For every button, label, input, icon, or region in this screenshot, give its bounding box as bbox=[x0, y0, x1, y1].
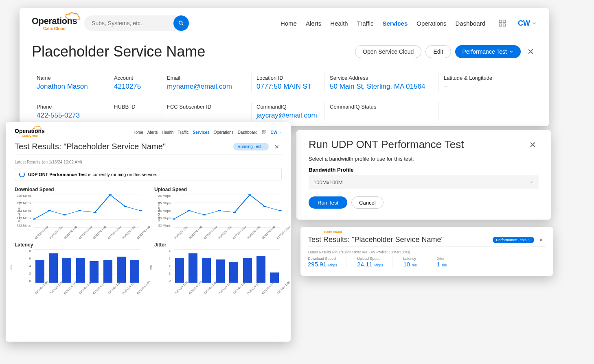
info-value[interactable]: 50 Main St, Sterling, MA 01564 bbox=[330, 83, 434, 91]
nav-operations[interactable]: Operations bbox=[214, 130, 234, 135]
open-service-cloud-button[interactable]: Open Service Cloud bbox=[355, 45, 421, 58]
x-ticks: 01/01/24 1:0001/01/24 1:0001/01/24 1:000… bbox=[174, 238, 280, 240]
svg-rect-4 bbox=[500, 24, 502, 26]
line-points bbox=[34, 194, 140, 227]
close-icon[interactable]: ✕ bbox=[527, 140, 539, 150]
info-cell bbox=[439, 102, 512, 121]
svg-rect-5 bbox=[503, 24, 506, 26]
cloud-icon bbox=[33, 125, 58, 131]
close-icon[interactable]: ✕ bbox=[537, 237, 546, 243]
nav-alerts[interactable]: Alerts bbox=[147, 130, 158, 135]
bandwidth-profile-select[interactable]: 100Mx100M bbox=[309, 175, 539, 189]
nav-alerts[interactable]: Alerts bbox=[306, 20, 321, 27]
info-value[interactable]: 422-555-0273 bbox=[37, 111, 104, 120]
nav-operations[interactable]: Operations bbox=[416, 20, 446, 27]
running-test-button[interactable]: Running Test... bbox=[233, 143, 269, 150]
user-chip[interactable]: CW bbox=[271, 130, 282, 135]
info-value: – bbox=[444, 83, 507, 91]
info-cell: Latitude & Longitude– bbox=[439, 73, 512, 92]
title-row: Placeholder Service Name Open Service Cl… bbox=[32, 43, 537, 60]
info-label: Email bbox=[167, 75, 246, 81]
svg-point-20 bbox=[203, 214, 206, 215]
info-label: Service Address bbox=[330, 75, 434, 81]
svg-point-23 bbox=[248, 194, 252, 195]
top-header: Operations Calix Cloud HomeAlertsHealthT… bbox=[32, 15, 537, 31]
info-cell: FCC Subscriber ID bbox=[162, 102, 252, 121]
nav-services[interactable]: Services bbox=[383, 20, 408, 27]
metric-label: Download Speed bbox=[308, 257, 337, 261]
bar-chart bbox=[34, 249, 140, 283]
info-label: Name bbox=[37, 75, 104, 81]
svg-point-13 bbox=[78, 210, 81, 211]
brand-subtitle: Calix Cloud bbox=[43, 26, 66, 31]
chevron-down-icon bbox=[529, 180, 534, 185]
x-ticks: 01/01/24 1:0001/01/24 1:0001/01/24 1:000… bbox=[34, 238, 140, 240]
nav-dashboard[interactable]: Dashboard bbox=[456, 20, 485, 27]
cancel-button[interactable]: Cancel bbox=[351, 196, 383, 209]
performance-test-button[interactable]: Performance Test bbox=[455, 45, 521, 58]
nav-home[interactable]: Home bbox=[132, 130, 143, 135]
info-value[interactable]: myname@email.com bbox=[167, 83, 246, 91]
info-cell: Service Address50 Main St, Sterling, MA … bbox=[325, 73, 439, 92]
nav-traffic[interactable]: Traffic bbox=[357, 20, 374, 27]
nav-services[interactable]: Services bbox=[193, 130, 210, 135]
info-value[interactable]: 0777:50 MAIN ST bbox=[256, 83, 320, 91]
chart-title: Download Speed bbox=[15, 187, 142, 192]
brand-subtitle: Calix Cloud bbox=[15, 134, 45, 137]
metric-label: Upload Speed bbox=[357, 257, 383, 261]
x-ticks: 01/01/24 1:0001/01/24 1:0001/01/24 1:000… bbox=[174, 293, 280, 296]
mini-header: Operations Calix Cloud HomeAlertsHealthT… bbox=[15, 128, 282, 137]
x-ticks: 01/01/24 1:0001/01/24 1:0001/01/24 1:000… bbox=[34, 293, 140, 296]
user-chip[interactable]: CW bbox=[518, 19, 537, 28]
run-test-button[interactable]: Run Test bbox=[309, 196, 347, 209]
chart-jitter: Jitterms4321001/01/24 1:0001/01/24 1:000… bbox=[154, 242, 282, 290]
app-grid-icon[interactable] bbox=[262, 130, 267, 135]
close-icon[interactable]: ✕ bbox=[525, 47, 537, 57]
metric-label: Jitter bbox=[437, 257, 447, 261]
performance-test-label: Performance Test bbox=[462, 48, 507, 55]
svg-rect-8 bbox=[262, 133, 264, 134]
search-button[interactable] bbox=[173, 15, 189, 31]
metric-upload-speed: Upload Speed24.11 Mbps bbox=[357, 257, 392, 268]
svg-point-11 bbox=[48, 210, 51, 211]
info-label: Location ID bbox=[256, 75, 320, 81]
chart-upload-speed: Upload SpeedSpeed (Mbps)26 Mbps25 Mbps24… bbox=[154, 187, 282, 235]
chart-title: Upload Speed bbox=[154, 187, 282, 192]
app-grid-icon[interactable] bbox=[498, 19, 506, 27]
info-label: HUBB ID bbox=[114, 104, 157, 110]
user-initials: CW bbox=[518, 19, 530, 28]
metric-value: 24.11 bbox=[357, 261, 373, 268]
svg-point-18 bbox=[172, 218, 175, 219]
bandwidth-profile-label: Bandwidth Profile bbox=[309, 167, 539, 173]
edit-button[interactable]: Edit bbox=[425, 45, 451, 58]
svg-rect-6 bbox=[262, 130, 264, 132]
svg-rect-7 bbox=[265, 130, 266, 132]
bar bbox=[229, 262, 238, 283]
modal-title: Run UDP ONT Performance Test bbox=[309, 138, 464, 151]
bar bbox=[175, 258, 184, 283]
spinner-icon bbox=[19, 172, 25, 177]
nav-home[interactable]: Home bbox=[281, 20, 297, 27]
info-value[interactable]: jaycray@email.com bbox=[256, 111, 320, 120]
svg-point-10 bbox=[33, 218, 36, 219]
info-value[interactable]: 4210275 bbox=[114, 83, 157, 91]
mini-nav: HomeAlertsHealthTrafficServicesOperation… bbox=[132, 130, 282, 135]
close-icon[interactable]: ✕ bbox=[272, 144, 282, 150]
bar-chart bbox=[174, 249, 280, 283]
svg-point-21 bbox=[218, 210, 221, 211]
nav-health[interactable]: Health bbox=[162, 130, 173, 135]
nav-dashboard[interactable]: Dashboard bbox=[238, 130, 258, 135]
summary-latest-heading: Latest Results (on 1/18/24 10:02 AM, BW … bbox=[308, 249, 546, 254]
performance-tests-button[interactable]: Performance Tests bbox=[493, 237, 534, 243]
results-title: Test Results: "Placeholder Service Name" bbox=[15, 142, 166, 151]
metric-row: Download Speed295.91 MbpsUpload Speed24.… bbox=[308, 257, 546, 268]
info-cell: Location ID0777:50 MAIN ST bbox=[252, 73, 325, 92]
nav-health[interactable]: Health bbox=[330, 20, 348, 27]
svg-point-16 bbox=[124, 206, 127, 207]
page-title: Placeholder Service Name bbox=[32, 43, 205, 60]
nav-traffic[interactable]: Traffic bbox=[178, 130, 189, 135]
chart-grid: Download SpeedSpeed (Mbps)226 Mbps225 Mb… bbox=[15, 187, 282, 290]
metric-latency: Latency10 ms bbox=[403, 257, 426, 268]
services-panel: Operations Calix Cloud HomeAlertsHealthT… bbox=[20, 8, 549, 126]
info-value[interactable]: Jonathon Mason bbox=[37, 83, 104, 91]
